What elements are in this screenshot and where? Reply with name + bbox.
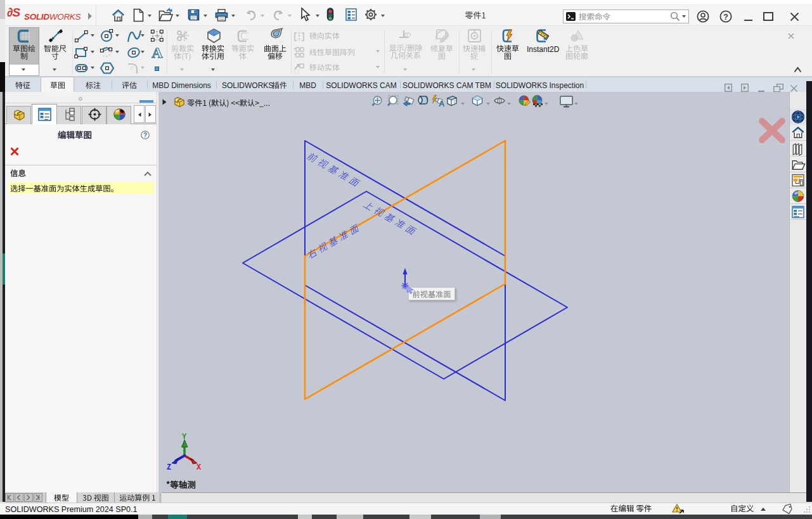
svg-text:A: A bbox=[439, 99, 445, 108]
